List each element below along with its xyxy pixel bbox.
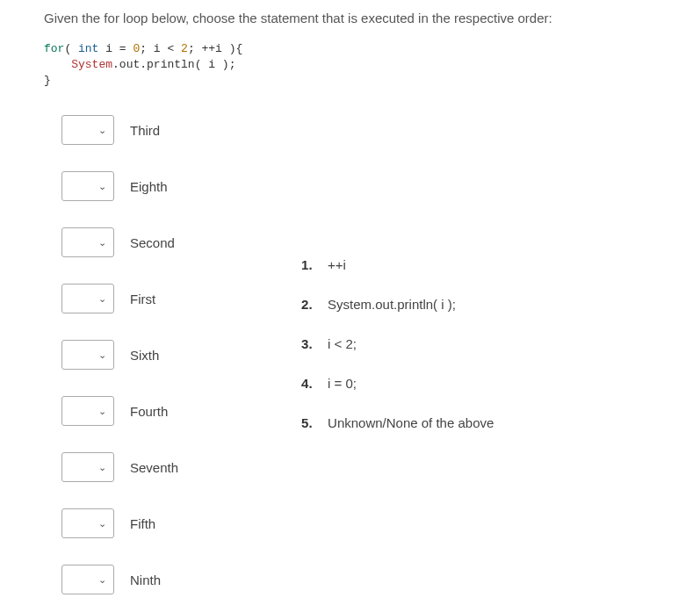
match-label: Seventh (130, 460, 178, 475)
code-block: for( int i = 0; i < 2; ++i ){ System.out… (44, 41, 656, 90)
chevron-down-icon: ⌄ (98, 574, 106, 586)
code-text: i = (98, 42, 133, 55)
code-keyword-int: int (78, 42, 98, 55)
question-prompt: Given the for loop below, choose the sta… (44, 9, 656, 29)
answer-column: 1. ++i 2. System.out.println( i ); 3. i … (213, 115, 494, 455)
code-text: .out.println( i ); (112, 58, 235, 71)
answer-number: 3. (301, 336, 317, 351)
match-dropdown-ninth[interactable]: ⌄ (61, 565, 114, 594)
match-row: ⌄ Fourth (61, 396, 178, 426)
answer-text: System.out.println( i ); (328, 297, 456, 312)
match-row: ⌄ Eighth (61, 171, 178, 201)
match-label: Fourth (130, 404, 168, 419)
code-text: ; ++i ){ (188, 42, 242, 55)
answer-text: ++i (328, 257, 346, 272)
chevron-down-icon: ⌄ (98, 349, 106, 361)
match-dropdown-third[interactable]: ⌄ (61, 115, 114, 145)
code-number: 2 (181, 42, 188, 55)
answer-option: 5. Unknown/None of the above (301, 415, 494, 430)
match-row: ⌄ Third (61, 115, 178, 145)
answer-text: i = 0; (328, 376, 357, 391)
match-dropdown-sixth[interactable]: ⌄ (61, 340, 114, 370)
match-label: Eighth (130, 179, 168, 194)
match-row: ⌄ First (61, 284, 178, 313)
answer-option: 4. i = 0; (301, 376, 494, 391)
match-label: Sixth (130, 348, 159, 363)
code-text: ( (64, 42, 78, 55)
match-label: First (130, 292, 155, 306)
answer-text: i < 2; (328, 336, 357, 351)
match-dropdown-eighth[interactable]: ⌄ (61, 171, 114, 201)
code-text: ; i < (140, 42, 181, 55)
match-dropdown-second[interactable]: ⌄ (61, 227, 114, 257)
match-dropdown-seventh[interactable]: ⌄ (61, 452, 114, 482)
match-dropdown-fourth[interactable]: ⌄ (61, 396, 114, 426)
chevron-down-icon: ⌄ (98, 181, 106, 192)
chevron-down-icon: ⌄ (98, 125, 106, 136)
code-keyword-for: for (44, 42, 64, 55)
match-row: ⌄ Second (61, 227, 178, 257)
chevron-down-icon: ⌄ (98, 462, 106, 473)
answer-number: 4. (301, 376, 317, 391)
match-label: Third (130, 123, 160, 138)
answer-option: 2. System.out.println( i ); (301, 297, 494, 312)
chevron-down-icon: ⌄ (98, 293, 106, 305)
match-label: Ninth (130, 573, 161, 587)
code-indent (44, 58, 71, 71)
code-text: } (44, 74, 51, 87)
match-dropdown-first[interactable]: ⌄ (61, 284, 114, 313)
chevron-down-icon: ⌄ (98, 518, 106, 529)
match-row: ⌄ Ninth (61, 565, 178, 594)
chevron-down-icon: ⌄ (98, 237, 106, 248)
match-column: ⌄ Third ⌄ Eighth ⌄ Second ⌄ First ⌄ Sixt… (44, 115, 178, 605)
chevron-down-icon: ⌄ (98, 406, 106, 417)
match-row: ⌄ Fifth (61, 508, 178, 538)
code-system: System (71, 58, 112, 71)
answer-number: 1. (301, 257, 317, 272)
answer-option: 1. ++i (301, 257, 494, 272)
answer-option: 3. i < 2; (301, 336, 494, 351)
match-label: Fifth (130, 516, 155, 531)
answer-text: Unknown/None of the above (328, 415, 494, 430)
answer-number: 2. (301, 297, 317, 312)
matching-area: ⌄ Third ⌄ Eighth ⌄ Second ⌄ First ⌄ Sixt… (44, 115, 656, 605)
answer-number: 5. (301, 415, 317, 430)
match-dropdown-fifth[interactable]: ⌄ (61, 508, 114, 538)
match-row: ⌄ Seventh (61, 452, 178, 482)
match-row: ⌄ Sixth (61, 340, 178, 370)
match-label: Second (130, 235, 175, 250)
